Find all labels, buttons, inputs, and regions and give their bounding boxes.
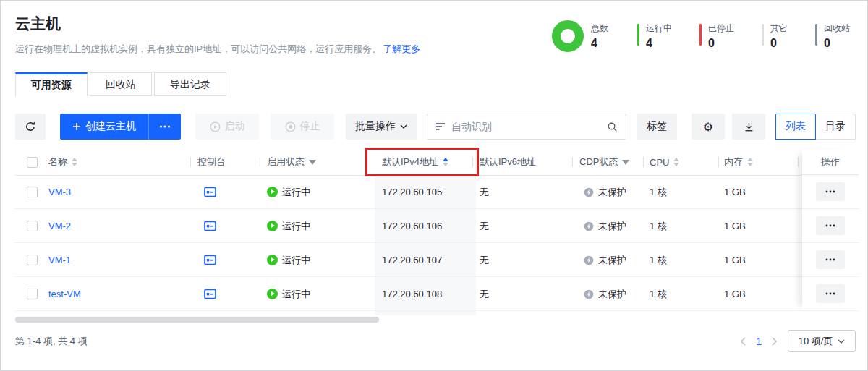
column-header-ipv6: 默认IPv6地址 (480, 149, 536, 175)
search-icon[interactable] (607, 121, 618, 132)
mem-cell: 1 GB (724, 243, 746, 277)
start-button[interactable]: 启动 (195, 114, 259, 140)
console-button[interactable] (204, 175, 216, 209)
console-button[interactable] (204, 209, 216, 243)
cpu-cell: 1 核 (650, 209, 667, 243)
cdp-cell: 未保护 (584, 175, 626, 209)
play-circle-icon (210, 121, 221, 132)
chevron-right-icon (772, 337, 778, 346)
vm-name-link[interactable]: VM-3 (48, 175, 71, 209)
stat-stopped: 已停止 0 (699, 22, 734, 50)
console-button[interactable] (204, 243, 216, 277)
column-label: 默认IPv6地址 (480, 155, 536, 169)
sort-icon[interactable] (673, 158, 679, 166)
row-more-actions-button[interactable] (816, 284, 845, 303)
stat-other: 其它 0 (762, 22, 788, 50)
stop-label: 停止 (300, 120, 320, 133)
column-divider (572, 157, 573, 167)
ellipsis-icon (825, 258, 835, 261)
settings-button[interactable]: ⚙ (692, 114, 725, 140)
view-list-segment[interactable]: 列表 (775, 114, 816, 140)
filter-icon[interactable] (309, 160, 316, 165)
page-number-current[interactable]: 1 (756, 336, 762, 347)
table-row: VM-1 运行中 172.20.60.107 无 未保护 1 核 1 GB (1, 243, 868, 277)
column-header-cpu[interactable]: CPU (650, 149, 679, 175)
vm-name-link[interactable]: test-VM (48, 277, 81, 311)
stop-button[interactable]: 停止 (271, 114, 334, 140)
ops-slot (802, 209, 859, 243)
page-size-value: 10 项/页 (799, 335, 833, 348)
column-divider (190, 157, 191, 167)
row-more-actions-button[interactable] (816, 182, 845, 201)
vm-name-link[interactable]: VM-2 (48, 209, 71, 243)
batch-actions-button[interactable]: 批量操作 (346, 114, 417, 140)
stat-value: 0 (708, 37, 734, 50)
next-page-button[interactable] (772, 337, 778, 346)
console-icon (204, 289, 216, 299)
ipv4-cell: 172.20.60.106 (382, 209, 442, 243)
create-vm-button[interactable]: 创建云主机 (60, 114, 148, 140)
column-header-cdp[interactable]: CDP状态 (579, 149, 629, 175)
row-checkbox[interactable] (27, 187, 38, 197)
status-text: 运行中 (282, 288, 310, 301)
cloud-host-page: 云主机 运行在物理机上的虚拟机实例，具有独立的IP地址，可以访问公共网络，运行应… (0, 0, 868, 371)
chevron-down-icon (400, 124, 407, 129)
status-text: 运行中 (282, 186, 310, 199)
create-vm-label: 创建云主机 (85, 120, 136, 133)
console-icon (204, 221, 216, 231)
ipv6-cell: 无 (480, 175, 489, 209)
view-toggle: 列表 目录 (775, 114, 856, 140)
refresh-icon (25, 121, 36, 132)
row-checkbox[interactable] (27, 221, 38, 231)
column-divider (718, 157, 719, 167)
page-size-select[interactable]: 10 项/页 (788, 330, 856, 352)
chevron-down-icon (838, 339, 845, 344)
search-input[interactable] (451, 121, 601, 132)
horizontal-scrollbar-thumb[interactable] (15, 317, 379, 323)
pagination: 1 10 项/页 (740, 330, 856, 352)
filter-icon[interactable] (622, 160, 629, 165)
column-label: 控制台 (197, 155, 226, 169)
tab-available-resources[interactable]: 可用资源 (15, 72, 88, 96)
sort-icon[interactable] (747, 158, 753, 166)
stat-bar-recycle (815, 24, 817, 46)
status-cell: 运行中 (267, 175, 310, 209)
start-label: 启动 (225, 120, 245, 133)
annotation-highlight-box (365, 148, 479, 176)
row-checkbox[interactable] (27, 255, 38, 265)
column-label: CDP状态 (579, 155, 618, 169)
row-more-actions-button[interactable] (816, 250, 845, 269)
prev-page-button[interactable] (740, 337, 746, 346)
cdp-text: 未保护 (598, 254, 626, 267)
cdp-shield-icon (584, 221, 594, 231)
console-button[interactable] (204, 277, 216, 311)
column-header-name[interactable]: 名称 (48, 149, 77, 175)
subtitle-text: 运行在物理机上的虚拟机实例，具有独立的IP地址，可以访问公共网络，运行应用服务。 (15, 43, 381, 54)
row-more-actions-button[interactable] (816, 216, 845, 235)
export-button[interactable] (732, 114, 765, 140)
create-more-button[interactable] (148, 114, 181, 140)
operations-column: 操作 (802, 149, 859, 311)
batch-actions-label: 批量操作 (355, 120, 396, 133)
refresh-button[interactable] (15, 114, 46, 140)
stat-bar-other (762, 24, 764, 46)
view-catalog-segment[interactable]: 目录 (815, 114, 856, 140)
learn-more-link[interactable]: 了解更多 (383, 43, 420, 54)
select-all-checkbox[interactable] (27, 157, 38, 168)
more-dots-icon (159, 125, 171, 128)
column-header-status[interactable]: 启用状态 (267, 149, 316, 175)
download-icon (744, 121, 754, 132)
tab-recycle-bin[interactable]: 回收站 (90, 72, 152, 96)
ipv6-cell: 无 (480, 209, 489, 243)
stat-bar-running (637, 24, 639, 46)
row-checkbox[interactable] (27, 289, 38, 299)
running-status-icon (267, 187, 278, 197)
tab-export-records[interactable]: 导出记录 (154, 72, 226, 96)
ipv4-cell: 172.20.60.107 (382, 243, 442, 277)
cpu-cell: 1 核 (650, 243, 667, 277)
column-header-mem[interactable]: 内存 (724, 149, 753, 175)
vm-name-link[interactable]: VM-1 (48, 243, 71, 277)
tag-button[interactable]: 标签 (637, 114, 677, 140)
sort-icon[interactable] (72, 158, 77, 166)
stat-label: 其它 (770, 22, 788, 35)
